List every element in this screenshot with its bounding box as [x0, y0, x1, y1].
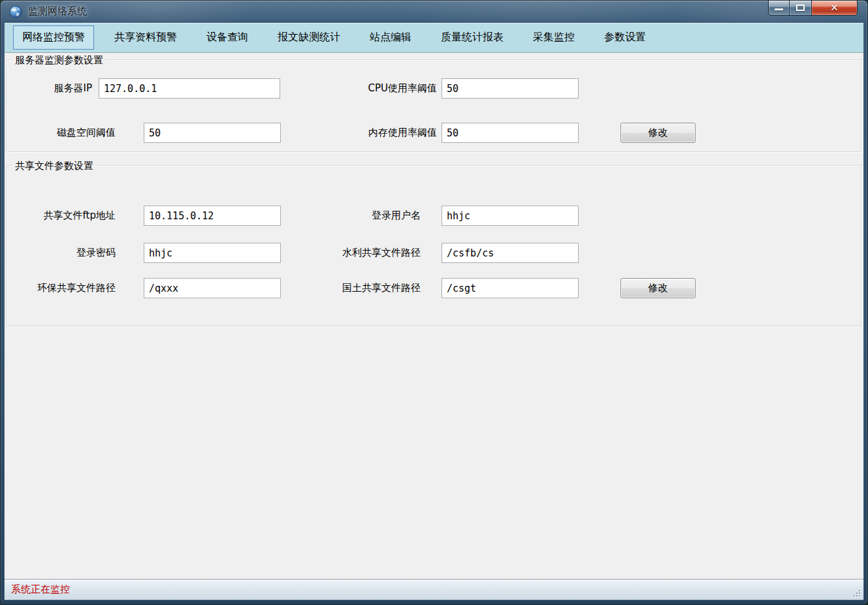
server-settings-group-title: 服务器监测参数设置 [12, 54, 106, 66]
cpu-threshold-input[interactable] [442, 78, 579, 99]
app-window: 监测网络系统 网络监控预警 共享资料预警 设备查询 报文缺测统计 站点编辑 质量… [0, 0, 868, 605]
ftp-address-input[interactable] [144, 206, 281, 226]
ftp-address-label: 共享文件ftp地址 [11, 206, 116, 226]
tab-shared-data-alert[interactable]: 共享资料预警 [105, 25, 186, 50]
cpu-threshold-label: CPU使用率阈值 [285, 78, 437, 99]
window-title: 监测网络系统 [28, 5, 87, 18]
water-share-path-label: 水利共享文件路径 [285, 243, 421, 263]
tab-missing-report-stats[interactable]: 报文缺测统计 [268, 25, 349, 50]
tab-quality-report[interactable]: 质量统计报表 [432, 25, 513, 50]
tab-station-edit[interactable]: 站点编辑 [361, 25, 421, 50]
tab-strip: 网络监控预警 共享资料预警 设备查询 报文缺测统计 站点编辑 质量统计报表 采集… [5, 23, 863, 53]
share-settings-group-title: 共享文件参数设置 [12, 160, 96, 172]
globe-icon [9, 5, 22, 18]
env-share-path-input[interactable] [144, 278, 281, 298]
minimize-button[interactable] [768, 1, 790, 16]
maximize-button[interactable] [790, 1, 812, 16]
disk-threshold-input[interactable] [144, 123, 281, 143]
login-username-label: 登录用户名 [285, 206, 421, 226]
status-bar: 系统正在监控 [5, 579, 863, 600]
tab-network-monitor-alert[interactable]: 网络监控预警 [13, 25, 94, 50]
settings-panel: 服务器监测参数设置 服务器IP CPU使用率阈值 磁盘空间阈值 内存使用率阈值 … [5, 53, 863, 579]
login-username-input[interactable] [442, 206, 579, 226]
memory-threshold-label: 内存使用率阈值 [285, 123, 437, 143]
status-text: 系统正在监控 [11, 583, 70, 596]
resize-grip-icon[interactable] [859, 595, 860, 597]
disk-threshold-label: 磁盘空间阈值 [11, 123, 116, 143]
window-controls [768, 1, 858, 16]
share-settings-group: 共享文件参数设置 [7, 165, 861, 326]
share-modify-button[interactable]: 修改 [620, 278, 696, 298]
server-modify-button[interactable]: 修改 [620, 123, 696, 143]
login-password-label: 登录密码 [11, 243, 116, 263]
water-share-path-input[interactable] [442, 243, 579, 263]
server-ip-label: 服务器IP [11, 78, 92, 99]
client-area: 网络监控预警 共享资料预警 设备查询 报文缺测统计 站点编辑 质量统计报表 采集… [4, 22, 864, 600]
login-password-input[interactable] [144, 243, 281, 263]
title-bar[interactable]: 监测网络系统 [1, 1, 867, 22]
minimize-icon [775, 8, 783, 10]
env-share-path-label: 环保共享文件路径 [11, 278, 116, 298]
server-ip-input[interactable] [99, 78, 280, 99]
land-share-path-label: 国土共享文件路径 [285, 278, 421, 298]
tab-collection-monitor[interactable]: 采集监控 [524, 25, 584, 50]
tab-parameter-settings[interactable]: 参数设置 [595, 25, 655, 50]
land-share-path-input[interactable] [442, 278, 579, 298]
maximize-icon [796, 5, 805, 11]
memory-threshold-input[interactable] [442, 123, 579, 143]
tab-device-query[interactable]: 设备查询 [197, 25, 257, 50]
close-icon [812, 1, 857, 15]
close-button[interactable] [812, 1, 858, 16]
